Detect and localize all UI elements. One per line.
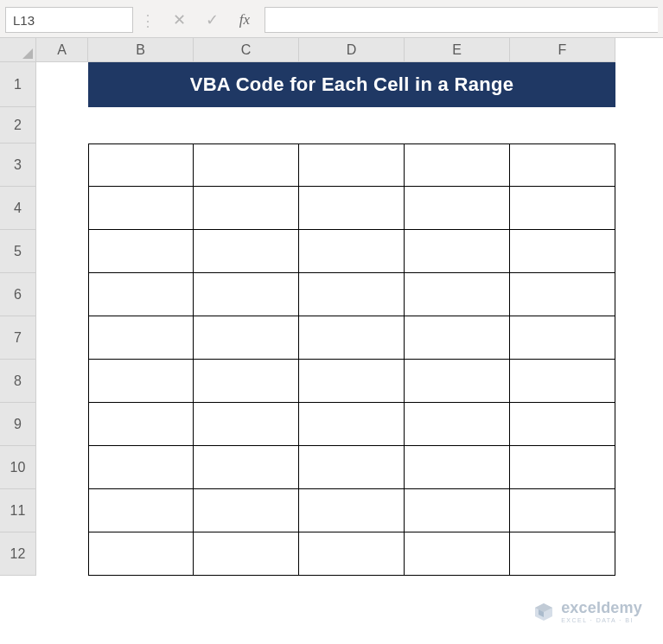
cell-b6[interactable]	[88, 273, 194, 316]
cell-a6[interactable]	[36, 273, 88, 316]
cell-c6[interactable]	[194, 273, 299, 316]
cell-e4[interactable]	[405, 187, 510, 230]
cell-d2[interactable]	[299, 107, 405, 143]
cell-f11[interactable]	[510, 489, 615, 532]
row-header-3[interactable]: 3	[0, 143, 36, 187]
cell-d3[interactable]	[299, 143, 405, 187]
cell-a4[interactable]	[36, 187, 88, 230]
row-6	[36, 273, 615, 316]
cell-c5[interactable]	[194, 230, 299, 273]
cell-b10[interactable]	[88, 446, 194, 489]
column-header-b[interactable]: B	[88, 38, 194, 62]
formula-bar-divider-icon: ⋮	[133, 7, 163, 34]
row-8	[36, 360, 615, 403]
row-header-11[interactable]: 11	[0, 489, 36, 532]
cell-b12[interactable]	[88, 532, 194, 576]
cell-c8[interactable]	[194, 360, 299, 403]
cell-c11[interactable]	[194, 489, 299, 532]
cell-c10[interactable]	[194, 446, 299, 489]
cell-e10[interactable]	[405, 446, 510, 489]
cell-e5[interactable]	[405, 230, 510, 273]
row-header-2[interactable]: 2	[0, 107, 36, 143]
cell-a2[interactable]	[36, 107, 88, 143]
row-header-4[interactable]: 4	[0, 187, 36, 230]
row-header-7[interactable]: 7	[0, 316, 36, 360]
cell-f8[interactable]	[510, 360, 615, 403]
cell-e9[interactable]	[405, 403, 510, 446]
cell-e3[interactable]	[405, 143, 510, 187]
cell-f4[interactable]	[510, 187, 615, 230]
cell-a10[interactable]	[36, 446, 88, 489]
cell-b2[interactable]	[88, 107, 194, 143]
cell-e7[interactable]	[405, 316, 510, 360]
cell-a7[interactable]	[36, 316, 88, 360]
cell-f6[interactable]	[510, 273, 615, 316]
column-header-e[interactable]: E	[405, 38, 510, 62]
cell-a9[interactable]	[36, 403, 88, 446]
cell-c2[interactable]	[194, 107, 299, 143]
cell-b3[interactable]	[88, 143, 194, 187]
watermark-logo-icon	[533, 602, 554, 622]
cell-e2[interactable]	[405, 107, 510, 143]
cell-c9[interactable]	[194, 403, 299, 446]
formula-bar-buttons: ✕ ✓ fx	[163, 7, 261, 33]
cell-a11[interactable]	[36, 489, 88, 532]
cell-b5[interactable]	[88, 230, 194, 273]
row-3	[36, 143, 615, 187]
cell-b4[interactable]	[88, 187, 194, 230]
title-cell[interactable]: VBA Code for Each Cell in a Range	[88, 62, 615, 107]
name-box-container[interactable]: ▾	[5, 7, 133, 33]
row-header-12[interactable]: 12	[0, 532, 36, 576]
cell-a8[interactable]	[36, 360, 88, 403]
cell-a12[interactable]	[36, 532, 88, 576]
enter-button: ✓	[195, 7, 228, 33]
row-7	[36, 316, 615, 360]
row-header-9[interactable]: 9	[0, 403, 36, 446]
cell-f12[interactable]	[510, 532, 615, 576]
cell-c3[interactable]	[194, 143, 299, 187]
cell-f2[interactable]	[510, 107, 615, 143]
cell-c4[interactable]	[194, 187, 299, 230]
column-header-a[interactable]: A	[36, 38, 88, 62]
formula-input[interactable]	[265, 7, 658, 33]
watermark: exceldemy EXCEL · DATA · BI	[533, 600, 642, 623]
cell-d9[interactable]	[299, 403, 405, 446]
row-10	[36, 446, 615, 489]
cell-c12[interactable]	[194, 532, 299, 576]
cell-c7[interactable]	[194, 316, 299, 360]
row-header-1[interactable]: 1	[0, 62, 36, 107]
select-all-button[interactable]	[0, 38, 36, 62]
cell-b7[interactable]	[88, 316, 194, 360]
cell-f10[interactable]	[510, 446, 615, 489]
cell-d4[interactable]	[299, 187, 405, 230]
cell-a1[interactable]	[36, 62, 88, 107]
cell-f5[interactable]	[510, 230, 615, 273]
cell-e6[interactable]	[405, 273, 510, 316]
cell-d10[interactable]	[299, 446, 405, 489]
cell-d6[interactable]	[299, 273, 405, 316]
column-header-f[interactable]: F	[510, 38, 615, 62]
cell-e11[interactable]	[405, 489, 510, 532]
cell-b9[interactable]	[88, 403, 194, 446]
cell-f3[interactable]	[510, 143, 615, 187]
row-header-5[interactable]: 5	[0, 230, 36, 273]
row-header-10[interactable]: 10	[0, 446, 36, 489]
cell-b11[interactable]	[88, 489, 194, 532]
cell-a3[interactable]	[36, 143, 88, 187]
cell-f7[interactable]	[510, 316, 615, 360]
insert-function-button[interactable]: fx	[228, 7, 261, 33]
cell-e8[interactable]	[405, 360, 510, 403]
cell-d5[interactable]	[299, 230, 405, 273]
column-header-d[interactable]: D	[299, 38, 405, 62]
column-header-c[interactable]: C	[194, 38, 299, 62]
cell-a5[interactable]	[36, 230, 88, 273]
cell-d7[interactable]	[299, 316, 405, 360]
cell-d8[interactable]	[299, 360, 405, 403]
cell-d11[interactable]	[299, 489, 405, 532]
cell-b8[interactable]	[88, 360, 194, 403]
row-header-8[interactable]: 8	[0, 360, 36, 403]
cell-f9[interactable]	[510, 403, 615, 446]
row-header-6[interactable]: 6	[0, 273, 36, 316]
cell-e12[interactable]	[405, 532, 510, 576]
cell-d12[interactable]	[299, 532, 405, 576]
